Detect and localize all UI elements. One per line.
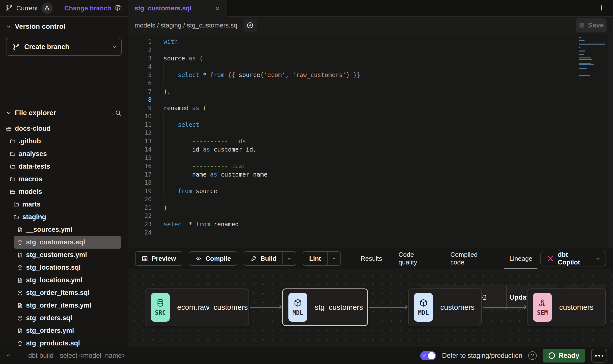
lineage-node-customers[interactable]: SEMcustomers xyxy=(527,288,606,326)
create-branch-button[interactable]: Create branch xyxy=(6,38,122,56)
file-tree-item-stg-orders-sql[interactable]: stg_orders.sql xyxy=(14,312,121,324)
code-line-3[interactable]: 3source as ( xyxy=(128,54,613,63)
close-icon[interactable] xyxy=(215,5,221,11)
code-line-14[interactable]: 14 id as customer_id, xyxy=(128,146,613,154)
code-line-content xyxy=(164,229,613,237)
code-line-content: name as customer_name xyxy=(164,171,613,179)
copy-icon[interactable] xyxy=(115,4,122,12)
lint-button[interactable]: Lint xyxy=(303,251,341,266)
code-line-content xyxy=(164,96,613,104)
code-line-13[interactable]: 13 ---------- ids xyxy=(128,137,613,146)
tab-stg-customers-sql[interactable]: stg_customers.sql xyxy=(128,0,227,17)
file-tree-item-stg-locations-yml[interactable]: stg_locations.yml xyxy=(14,274,121,286)
create-branch-dropdown[interactable] xyxy=(107,38,121,55)
file-tree-item-stg-products-sql[interactable]: stg_products.sql xyxy=(14,337,121,347)
line-number: 17 xyxy=(128,171,152,178)
code-line-16[interactable]: 16 ---------- text xyxy=(128,162,613,171)
dbt-copilot-button[interactable]: dbt Copilot xyxy=(540,251,606,266)
node-label: ecom.raw_customers xyxy=(177,303,248,312)
file-tree-label: marts xyxy=(22,201,41,208)
command-input[interactable]: dbt build --select <model_name> xyxy=(28,352,420,360)
code-line-6[interactable]: 6 xyxy=(128,79,613,88)
code-line-7[interactable]: 7), xyxy=(128,87,613,96)
compile-button[interactable]: Compile xyxy=(189,251,237,266)
expand-command-bar-button[interactable] xyxy=(0,352,17,359)
file-tree-item-staging[interactable]: staging xyxy=(10,211,121,223)
copilot-compass-icon[interactable] xyxy=(243,19,257,32)
file-tree-item-docs-cloud[interactable]: docs-cloud xyxy=(2,122,121,135)
code-line-content xyxy=(164,63,613,71)
file-tree-item-stg-locations-sql[interactable]: stg_locations.sql xyxy=(14,261,121,274)
file-tree-item-stg-order-items-yml[interactable]: stg_order_items.yml xyxy=(14,299,121,312)
code-line-9[interactable]: 9renamed as ( xyxy=(128,104,613,112)
code-line-1[interactable]: 1with xyxy=(128,38,613,46)
file-tree-item-stg-customers-sql[interactable]: stg_customers.sql xyxy=(14,236,121,249)
build-button[interactable]: Build xyxy=(244,251,296,266)
panel-tab-results[interactable]: Results xyxy=(353,248,390,269)
editor-scrollbar[interactable] xyxy=(608,34,613,248)
code-line-22[interactable]: 22 xyxy=(128,212,613,220)
code-line-23[interactable]: 23select * from renamed xyxy=(128,220,613,229)
file-tree-item-stg-orders-yml[interactable]: stg_orders.yml xyxy=(14,324,121,337)
code-line-4[interactable]: 4 xyxy=(128,63,613,71)
code-line-21[interactable]: 21) xyxy=(128,204,613,212)
file-tree-label: stg_customers.sql xyxy=(26,238,85,246)
lint-dropdown[interactable] xyxy=(328,252,340,265)
file-explorer-header[interactable]: File explorer xyxy=(0,109,128,117)
file-tree-item-marts[interactable]: marts xyxy=(10,198,121,211)
version-control-header[interactable]: Version control xyxy=(6,23,122,30)
build-dropdown[interactable] xyxy=(283,252,296,265)
new-tab-button[interactable] xyxy=(598,4,606,13)
code-line-content: source as ( xyxy=(164,54,613,62)
line-number: 20 xyxy=(128,196,152,203)
chevron-down-icon xyxy=(111,44,117,50)
file-tree-item-models[interactable]: models xyxy=(6,185,121,198)
code-editor[interactable]: 1with23source as (45 select * from {{ so… xyxy=(128,34,613,248)
file-tree-item-stg-customers-yml[interactable]: stg_customers.yml xyxy=(14,249,121,261)
code-line-2[interactable]: 2 xyxy=(128,46,613,54)
ready-status-button[interactable]: Ready xyxy=(543,349,585,363)
editor-minimap[interactable] xyxy=(579,37,607,78)
badge-label: SRC xyxy=(155,309,166,316)
line-number: 19 xyxy=(128,188,152,195)
lineage-panel[interactable]: 2+stg_customers+2 Update Graph SRCecom.r… xyxy=(128,269,613,347)
line-number: 1 xyxy=(128,38,152,45)
code-line-18[interactable]: 18 xyxy=(128,179,613,187)
lineage-node-stg-customers[interactable]: MDLstg_customers xyxy=(282,288,368,326)
code-line-12[interactable]: 12 xyxy=(128,129,613,137)
file-tree-item-data-tests[interactable]: data-tests xyxy=(6,160,121,173)
file-tree-item-stg-order-items-sql[interactable]: stg_order_items.sql xyxy=(14,286,121,299)
file-tree-item-analyses[interactable]: analyses xyxy=(6,148,121,160)
code-line-content: select * from renamed xyxy=(164,220,613,228)
preview-button[interactable]: Preview xyxy=(135,251,182,266)
panel-tab-lineage[interactable]: Lineage xyxy=(501,248,541,269)
panel-tab-compiled-code[interactable]: Compiled code xyxy=(442,248,501,269)
file-tree-item--sources-yml[interactable]: __sources.yml xyxy=(14,223,121,236)
save-button[interactable]: Save xyxy=(576,18,607,32)
code-line-17[interactable]: 17 name as customer_name xyxy=(128,170,613,179)
code-line-8[interactable]: 8 xyxy=(128,96,613,104)
file-tree-item--github[interactable]: .github xyxy=(6,135,121,148)
defer-toggle[interactable] xyxy=(420,351,436,360)
code-line-5[interactable]: 5 select * from {{ source('ecom', 'raw_c… xyxy=(128,71,613,79)
panel-tab-code-quality[interactable]: Code quality xyxy=(390,248,442,269)
help-icon[interactable]: ? xyxy=(528,351,537,360)
more-options-button[interactable] xyxy=(591,349,607,363)
cube-icon xyxy=(17,239,23,245)
code-line-10[interactable]: 10 xyxy=(128,112,613,121)
file-tree-label: stg_products.sql xyxy=(26,339,80,347)
code-line-24[interactable]: 24 xyxy=(128,229,613,237)
code-line-20[interactable]: 20 xyxy=(128,195,613,204)
folder-icon xyxy=(10,151,16,157)
code-line-15[interactable]: 15 xyxy=(128,154,613,162)
change-branch-link[interactable]: Change branch xyxy=(64,4,111,12)
folder-icon xyxy=(13,202,19,208)
search-icon[interactable] xyxy=(115,109,122,116)
code-line-11[interactable]: 11 select xyxy=(128,121,613,129)
file-tree-item-macros[interactable]: macros xyxy=(6,173,121,185)
code-line-19[interactable]: 19 from source xyxy=(128,187,613,195)
lineage-node-ecom-raw-customers[interactable]: SRCecom.raw_customers xyxy=(145,288,249,326)
breadcrumb-row: models / staging / stg_customers.sql Sav… xyxy=(128,17,613,34)
file-icon xyxy=(17,277,23,283)
lineage-node-customers[interactable]: MDLcustomers xyxy=(408,288,482,326)
